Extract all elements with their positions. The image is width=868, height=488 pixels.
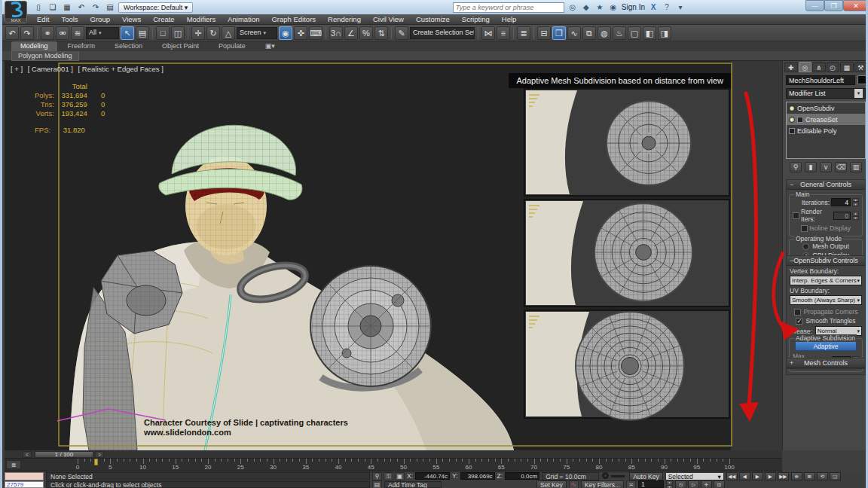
new-scene-icon[interactable]: ▯ (32, 2, 44, 13)
search-icon[interactable]: ◎ (567, 3, 578, 11)
close-button[interactable]: ✕ (843, 0, 868, 11)
utilities-tab-icon[interactable]: ⚒ (854, 62, 868, 72)
polygon-modeling-panel[interactable]: Polygon Modeling (11, 51, 79, 61)
viewport-pov-menu[interactable]: [ + ] (11, 65, 23, 73)
selection-region-icon[interactable]: □ (156, 26, 170, 40)
key-mode-toggle-icon[interactable]: ≍ (626, 480, 636, 488)
smooth-triangles-checkbox[interactable]: ✓ (796, 318, 802, 325)
time-slider-handle[interactable]: 1 / 100 (35, 451, 93, 458)
material-editor-icon[interactable]: ◍ (598, 26, 611, 40)
restore-button[interactable]: ❐ (824, 0, 843, 11)
vertex-boundary-dropdown[interactable]: Interp. Edges & Corners▾ (790, 276, 862, 285)
menu-customize[interactable]: Customize (410, 14, 456, 25)
render-iters-spinner[interactable]: ▲▼ (852, 212, 859, 220)
schematic-view-icon[interactable]: ⧉ (582, 26, 596, 40)
iterations-field[interactable]: 4 (831, 198, 851, 206)
keyboard-override-icon[interactable]: ⌨ (309, 26, 322, 40)
named-sets-dropdown[interactable]: Create Selection Set▾ (410, 27, 475, 39)
ribbon-tab-options-icon[interactable]: ▣▾ (256, 41, 284, 51)
ribbon-tab-object-paint[interactable]: Object Paint (153, 41, 208, 51)
user-icon[interactable]: ◉ (608, 3, 619, 11)
window-crossing-icon[interactable]: ◫ (171, 26, 185, 40)
add-time-tag[interactable]: Add Time Tag (384, 481, 442, 488)
time-slider[interactable]: < 1 / 100 > (5, 450, 782, 459)
zoom-all-icon[interactable]: ⊞ (804, 472, 815, 480)
save-file-icon[interactable]: ▦ (61, 2, 73, 13)
create-tab-icon[interactable]: ✚ (784, 62, 798, 72)
play-icon[interactable]: ▶ (752, 472, 763, 480)
ribbon-tab-selection[interactable]: Selection (105, 41, 151, 51)
time-config-icon[interactable]: ◷ (675, 480, 686, 488)
edit-named-sets-icon[interactable]: ✎ (395, 26, 408, 40)
render-setup-icon[interactable]: ♨ (613, 26, 626, 40)
use-pivot-center-icon[interactable]: ◉ (279, 26, 292, 40)
propagate-corners-checkbox[interactable] (794, 309, 801, 316)
pan-icon[interactable]: ✛ (701, 480, 712, 488)
menu-tools[interactable]: Tools (55, 14, 84, 25)
ref-coordsys-dropdown[interactable]: Screen▾ (237, 27, 277, 39)
key-filters-button[interactable]: Key Filters... (581, 480, 624, 488)
percent-snap-icon[interactable]: % (359, 26, 373, 40)
select-scale-icon[interactable]: △ (222, 26, 235, 40)
render-iters-field[interactable]: 0 (833, 212, 851, 220)
ribbon-tab-freeform[interactable]: Freeform (59, 41, 105, 51)
exchange-icon[interactable]: X (648, 3, 659, 11)
open-file-icon[interactable]: ❏ (47, 2, 59, 13)
modifier-stack-item-opensubdiv[interactable]: OpenSubdiv (787, 102, 865, 114)
zoom-region-icon[interactable]: ⊡ (714, 480, 725, 488)
workspace-dropdown[interactable]: Workspace: Default ▾ (118, 2, 193, 13)
select-manipulate-icon[interactable]: ✜ (294, 26, 307, 40)
search-input[interactable] (453, 2, 564, 13)
spinner-snap-icon[interactable]: ⇅ (374, 26, 388, 40)
camera-viewport[interactable]: [ + ] [ Camera001 ] [ Realistic + Edged … (5, 61, 782, 450)
viewport-camera-menu[interactable]: [ Camera001 ] (28, 65, 73, 73)
display-tab-icon[interactable]: ▦ (840, 62, 854, 72)
redo-icon[interactable]: ↷ (20, 26, 34, 40)
maximize-viewport-icon[interactable]: ◲ (830, 472, 841, 480)
selection-lock-icon[interactable]: ⚿ (384, 472, 393, 480)
show-end-result-icon[interactable]: ▮ (805, 162, 817, 172)
undo-icon[interactable]: ↶ (75, 2, 87, 13)
isoline-display-checkbox[interactable] (801, 225, 808, 232)
set-key-button[interactable]: Set Key (536, 480, 567, 488)
rendered-frame-icon[interactable]: ▢ (628, 26, 641, 40)
frame-spinner[interactable]: ▲▼ (666, 480, 673, 488)
layer-manager-icon[interactable]: ≣ (517, 26, 530, 40)
remove-modifier-icon[interactable]: ⌫ (835, 162, 847, 172)
communication-center-icon[interactable]: ◆ (581, 3, 591, 11)
modifier-stack-item-creaseset[interactable]: CreaseSet (787, 114, 865, 125)
align-icon[interactable]: ≡ (497, 26, 510, 40)
isolate-selection-pin-icon[interactable]: ⚲ (372, 472, 382, 480)
render-iters-checkbox[interactable] (793, 212, 799, 219)
toggle-ribbon-icon[interactable]: ⊟ (537, 26, 551, 40)
current-frame-field[interactable]: 1 (638, 480, 664, 488)
hierarchy-tab-icon[interactable]: ⋔ (812, 62, 826, 72)
z-coordinate-field[interactable]: 0.0cm (505, 472, 539, 480)
modifier-enable-bulb-icon[interactable] (789, 105, 795, 111)
isolate-toggle-icon[interactable]: ▷ (688, 480, 699, 488)
next-frame-arrow[interactable]: > (95, 451, 104, 458)
maxscript-mini-listener[interactable]: 27579 (5, 481, 44, 488)
menu-animation[interactable]: Animation (222, 14, 265, 25)
render-production-icon[interactable]: ◧ (643, 26, 656, 40)
auto-key-button[interactable]: Auto Key (629, 472, 663, 480)
curve-editor-icon[interactable]: ∿ (567, 26, 581, 40)
undo-icon[interactable]: ↶ (5, 26, 19, 40)
modify-tab-icon[interactable]: ◎ (799, 62, 812, 72)
modifier-enable-bulb-icon[interactable] (789, 117, 795, 123)
bind-spacewarp-icon[interactable]: ≋ (71, 26, 84, 40)
menu-create[interactable]: Create (147, 14, 181, 25)
select-object-icon[interactable]: ↖ (121, 26, 134, 40)
next-frame-icon[interactable]: ▶ (765, 472, 776, 480)
render-iterative-icon[interactable]: ◨ (658, 26, 671, 40)
animate-selected-dropdown[interactable]: Selected▾ (665, 472, 724, 480)
menu-graph-editors[interactable]: Graph Editors (265, 14, 322, 25)
menu-civil-view[interactable]: Civil View (367, 14, 410, 25)
help-dropdown-icon[interactable]: ▾ (675, 3, 686, 11)
ribbon-tab-populate[interactable]: Populate (209, 41, 255, 51)
orbit-icon[interactable]: ⟲ (817, 472, 828, 480)
y-coordinate-field[interactable]: 398.069c (460, 472, 495, 480)
project-folder-icon[interactable]: ▤ (104, 2, 116, 13)
menu-help[interactable]: Help (496, 14, 523, 25)
redo-icon[interactable]: ↷ (90, 2, 102, 13)
